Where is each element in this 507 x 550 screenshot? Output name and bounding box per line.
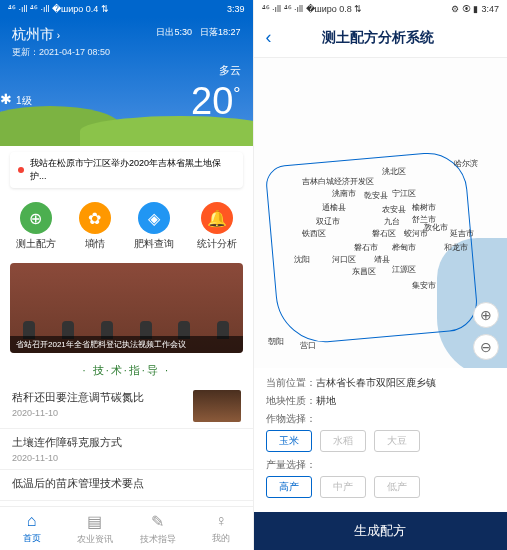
map-label[interactable]: 东昌区 (352, 266, 376, 277)
land-label: 地块性质： (266, 395, 316, 406)
map-label[interactable]: 朝阳 (268, 336, 284, 347)
map-label[interactable]: 宁江区 (392, 188, 416, 199)
map-label[interactable]: 江源区 (392, 264, 416, 275)
nav-icon: ▤ (87, 512, 102, 531)
weather-card: 杭州市 › 更新：2021-04-17 08:50 日出5:30 日落18:27… (0, 18, 253, 146)
update-time: 更新：2021-04-17 08:50 (12, 46, 110, 59)
action-icon: ◈ (138, 202, 170, 234)
zoom-in-button[interactable]: ⊕ (473, 302, 499, 328)
nav-农业资讯[interactable]: ▤农业资讯 (63, 507, 126, 550)
hills-decoration (0, 122, 253, 146)
yield-option[interactable]: 低产 (374, 476, 420, 498)
map-label[interactable]: 乾安县 (364, 190, 388, 201)
map-label[interactable]: 双辽市 (316, 216, 340, 227)
map-label[interactable]: 集安市 (412, 280, 436, 291)
land-value: 耕地 (316, 395, 336, 406)
back-button[interactable]: ‹ (266, 27, 272, 48)
windmill-icon: ✱ (0, 91, 12, 107)
city-chevron-icon[interactable]: › (57, 30, 60, 41)
screen-soil-analysis: ⁴⁶ ·ıll ⁴⁶ ·ıll �широ 0.8 ⇅ ⚙ ⦿ ▮ 3:47 ‹… (254, 0, 508, 550)
action-label: 统计分析 (197, 237, 237, 251)
nav-技术指导[interactable]: ✎技术指导 (126, 507, 189, 550)
map-controls: ⊕ ⊖ (473, 302, 499, 360)
map-label[interactable]: 铁西区 (302, 228, 326, 239)
article-title: 土壤连作障碍克服方式 (12, 435, 241, 450)
article-item[interactable]: 土壤连作障碍克服方式2020-11-10 (0, 429, 253, 470)
map-label[interactable]: 磐石区 (372, 228, 396, 239)
status-icons: ⚙ ⦿ ▮ (451, 4, 478, 14)
status-bar: ⁴⁶ ·ıll ⁴⁶ ·ıll �широ 0.4 ⇅ 3:39 (0, 0, 253, 18)
article-thumbnail (193, 390, 241, 422)
action-icon: ⊕ (20, 202, 52, 234)
yield-option[interactable]: 中产 (320, 476, 366, 498)
map-label[interactable]: 磐石市 (354, 242, 378, 253)
map-label[interactable]: 靖县 (374, 254, 390, 265)
action-统计分析[interactable]: 🔔统计分析 (197, 202, 237, 251)
news-caption: 省站召开2021年全省肥料登记执法视频工作会议 (10, 336, 243, 353)
map-area[interactable]: 哈尔滨洮北区吉林白城经济开发区洮南市乾安县宁江区通榆县农安县榆树市双辽市九台舒兰… (254, 58, 508, 368)
sunrise-time: 日出5:30 (156, 26, 192, 59)
status-bar: ⁴⁶ ·ıll ⁴⁶ ·ıll �широ 0.8 ⇅ ⚙ ⦿ ▮ 3:47 (254, 0, 508, 18)
crop-option[interactable]: 水稻 (320, 430, 366, 452)
bottom-nav: ⌂首页▤农业资讯✎技术指导♀我的 (0, 506, 253, 550)
notice-banner[interactable]: 我站在松原市宁江区举办2020年吉林省黑土地保护... (10, 152, 243, 188)
page-title: 测土配方分析系统 (280, 29, 478, 47)
action-label: 肥料查询 (134, 237, 174, 251)
map-label[interactable]: 沈阳 (294, 254, 310, 265)
city-name[interactable]: 杭州市 (12, 26, 54, 42)
location-label: 当前位置： (266, 377, 316, 388)
map-label[interactable]: 河口区 (332, 254, 356, 265)
action-肥料查询[interactable]: ◈肥料查询 (134, 202, 174, 251)
article-title: 低温后的苗床管理技术要点 (12, 476, 241, 491)
action-label: 测土配方 (16, 237, 56, 251)
map-label[interactable]: 洮北区 (382, 166, 406, 177)
action-测土配方[interactable]: ⊕测土配方 (16, 202, 56, 251)
nav-icon: ⌂ (27, 512, 37, 530)
status-time: 3:39 (227, 4, 245, 14)
article-item[interactable]: 秸秆还田要注意调节碳氮比2020-11-10 (0, 384, 253, 429)
news-photo[interactable]: 省站召开2021年全省肥料登记执法视频工作会议 (10, 263, 243, 353)
map-label[interactable]: 农安县 (382, 204, 406, 215)
map-label[interactable]: 桦甸市 (392, 242, 416, 253)
article-item[interactable]: 低温后的苗床管理技术要点 (0, 470, 253, 501)
map-label[interactable]: 和龙市 (444, 242, 468, 253)
map-label[interactable]: 榆树市 (412, 202, 436, 213)
yield-label: 产量选择： (266, 459, 316, 470)
map-label[interactable]: 洮南市 (332, 188, 356, 199)
section-title: · 技·术·指·导 · (0, 357, 253, 384)
action-label: 墒情 (85, 237, 105, 251)
article-title: 秸秆还田要注意调节碳氮比 (12, 390, 144, 405)
notice-text: 我站在松原市宁江区举办2020年吉林省黑土地保护... (30, 157, 235, 183)
nav-label: 我的 (212, 532, 230, 545)
article-date: 2020-11-10 (12, 408, 144, 418)
map-label[interactable]: 延吉市 (450, 228, 474, 239)
nav-icon: ✎ (151, 512, 164, 531)
action-icon: 🔔 (201, 202, 233, 234)
generate-button[interactable]: 生成配方 (254, 512, 508, 550)
status-time: 3:47 (481, 4, 499, 14)
sunset-time: 日落18:27 (200, 26, 241, 59)
zoom-out-button[interactable]: ⊖ (473, 334, 499, 360)
map-label[interactable]: 蛟河市 (404, 228, 428, 239)
nav-label: 农业资讯 (77, 533, 113, 546)
map-label[interactable]: 吉林白城经济开发区 (302, 176, 374, 187)
screen-weather-app: ⁴⁶ ·ıll ⁴⁶ ·ıll �широ 0.4 ⇅ 3:39 杭州市 › 更… (0, 0, 254, 550)
nav-label: 首页 (23, 532, 41, 545)
quick-actions: ⊕测土配方✿墒情◈肥料查询🔔统计分析 (0, 194, 253, 259)
nav-label: 技术指导 (140, 533, 176, 546)
article-date: 2020-11-10 (12, 453, 241, 463)
action-墒情[interactable]: ✿墒情 (79, 202, 111, 251)
crop-option[interactable]: 大豆 (374, 430, 420, 452)
info-panel: 当前位置：吉林省长春市双阳区鹿乡镇 地块性质：耕地 作物选择： 玉米水稻大豆 产… (254, 368, 508, 512)
notice-dot-icon (18, 167, 24, 173)
map-label[interactable]: 哈尔滨 (454, 158, 478, 169)
yield-option[interactable]: 高产 (266, 476, 312, 498)
status-signals: ⁴⁶ ·ıll ⁴⁶ ·ıll �широ 0.4 ⇅ (8, 4, 109, 14)
map-label[interactable]: 通榆县 (322, 202, 346, 213)
nav-icon: ♀ (215, 512, 227, 530)
map-label[interactable]: 九台 (384, 216, 400, 227)
nav-我的[interactable]: ♀我的 (189, 507, 252, 550)
nav-首页[interactable]: ⌂首页 (0, 507, 63, 550)
map-label[interactable]: 营口 (300, 340, 316, 351)
crop-option[interactable]: 玉米 (266, 430, 312, 452)
